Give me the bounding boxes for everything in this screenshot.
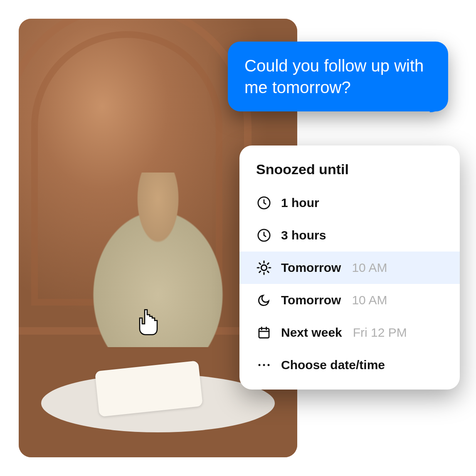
snooze-option-label: Tomorrow xyxy=(281,261,341,275)
svg-line-8 xyxy=(267,271,269,272)
snooze-option-next-week[interactable]: Next week Fri 12 PM xyxy=(239,316,460,349)
moon-icon xyxy=(256,292,272,308)
clock-icon xyxy=(256,227,272,243)
dots-icon xyxy=(256,357,272,373)
snooze-option-label: Next week xyxy=(281,326,342,340)
snooze-option-label: Choose date/time xyxy=(281,358,385,372)
snooze-option-time: Fri 12 PM xyxy=(353,326,407,340)
snooze-option-label: Tomorrow xyxy=(281,293,341,307)
svg-point-2 xyxy=(261,265,266,270)
snooze-menu: Snoozed until 1 hour 3 hours Tomorr xyxy=(239,146,460,390)
svg-point-16 xyxy=(263,364,265,366)
svg-rect-11 xyxy=(259,328,269,338)
snooze-option-label: 1 hour xyxy=(281,196,319,210)
snooze-option-tomorrow-morning[interactable]: Tomorrow 10 AM xyxy=(239,252,460,284)
snooze-option-time: 10 AM xyxy=(352,293,387,307)
sun-icon xyxy=(256,260,272,276)
calendar-icon xyxy=(256,325,272,340)
svg-line-10 xyxy=(267,263,269,264)
chat-message-text: Could you follow up with me tomorrow? xyxy=(244,57,424,96)
snooze-option-label: 3 hours xyxy=(281,228,326,242)
snooze-option-time: 10 AM xyxy=(352,261,387,275)
snooze-option-3-hours[interactable]: 3 hours xyxy=(239,219,460,252)
pointer-cursor-icon xyxy=(133,306,163,339)
snooze-option-1-hour[interactable]: 1 hour xyxy=(239,187,460,219)
svg-point-15 xyxy=(259,364,261,366)
snooze-option-tomorrow-evening[interactable]: Tomorrow 10 AM xyxy=(239,284,460,316)
svg-point-17 xyxy=(268,364,270,366)
svg-line-9 xyxy=(259,271,261,272)
svg-line-7 xyxy=(259,263,261,264)
chat-message-bubble: Could you follow up with me tomorrow? xyxy=(228,42,448,111)
clock-icon xyxy=(256,195,272,211)
snooze-menu-title: Snoozed until xyxy=(239,161,460,187)
snooze-option-choose-datetime[interactable]: Choose date/time xyxy=(239,349,460,381)
